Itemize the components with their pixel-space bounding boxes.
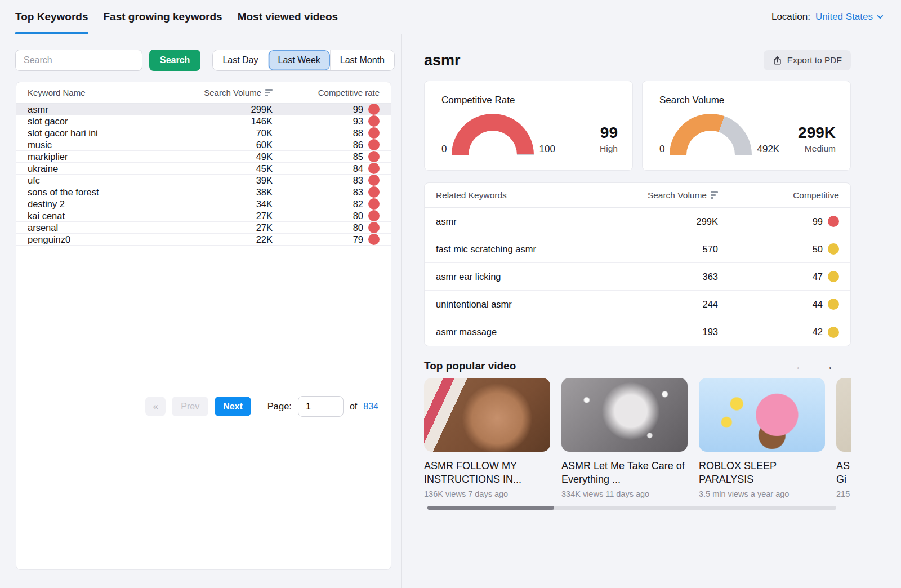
- table-row[interactable]: kai cenat27K80: [16, 210, 391, 222]
- keyword-name: ufc: [28, 175, 177, 186]
- export-pdf-button[interactable]: Export to PDF: [764, 50, 851, 70]
- keyword-name: slot gacor: [28, 116, 177, 127]
- rate-dot: [368, 198, 380, 210]
- video-title: AS Gi: [836, 459, 851, 487]
- carousel-scrollbar-thumb[interactable]: [427, 506, 554, 510]
- tab-top-keywords[interactable]: Top Keywords: [15, 0, 88, 34]
- rate-dot: [368, 139, 380, 150]
- video-views: 3.5 mln views a year ago: [699, 489, 825, 498]
- gauge-chart: [452, 114, 534, 155]
- keyword-volume: 60K: [177, 140, 273, 150]
- topbar: Top KeywordsFast growing keywordsMost vi…: [0, 0, 901, 34]
- gauge-body: 0492K299KMedium: [659, 114, 836, 155]
- table-row[interactable]: destiny 234K82: [16, 198, 391, 210]
- gauge-value: 99: [600, 124, 618, 142]
- prev-button[interactable]: Prev: [172, 397, 208, 416]
- rate-value: 44: [813, 299, 823, 310]
- table-row[interactable]: penguinz022K79: [16, 234, 391, 246]
- table-row[interactable]: markiplier49K85: [16, 151, 391, 163]
- related-row[interactable]: asmr299K99: [425, 208, 850, 235]
- video-card[interactable]: ASMR Let Me Take Care of Everything ...3…: [561, 378, 688, 498]
- next-button[interactable]: Next: [215, 397, 251, 416]
- video-views: 136K views 7 days ago: [424, 489, 550, 498]
- chevron-down-icon: [876, 13, 884, 21]
- gauge-row: Competitive Rate010099HighSearch Volume0…: [424, 81, 901, 171]
- page-input[interactable]: [298, 396, 344, 417]
- rate-value: 80: [353, 222, 363, 233]
- col-search-volume[interactable]: Search Volume: [177, 88, 273, 97]
- related-row[interactable]: asmr massage19342: [425, 318, 850, 346]
- rate-value: 42: [813, 327, 823, 337]
- table-row[interactable]: ufc39K83: [16, 175, 391, 186]
- time-filter-last-month[interactable]: Last Month: [330, 50, 394, 70]
- carousel-prev-arrow-icon[interactable]: ←: [795, 359, 807, 373]
- col-related-volume[interactable]: Search Volume: [577, 190, 718, 201]
- table-row[interactable]: asmr299K99: [16, 104, 391, 115]
- video-card[interactable]: AS Gi215: [836, 378, 851, 498]
- video-card[interactable]: ROBLOX SLEEP PARALYSIS3.5 mln views a ye…: [699, 378, 825, 498]
- detail-header: asmr Export to PDF: [424, 50, 851, 71]
- keyword-rate: 88: [273, 127, 380, 139]
- keyword-volume: 70K: [177, 128, 273, 139]
- search-input[interactable]: [15, 50, 142, 71]
- table-row[interactable]: sons of the forest38K83: [16, 186, 391, 198]
- rate-value: 47: [813, 271, 823, 282]
- related-keyword: asmr: [436, 216, 577, 227]
- gauge-card-competitive-rate: Competitive Rate010099High: [424, 81, 633, 171]
- related-keyword: fast mic scratching asmr: [436, 244, 577, 255]
- keyword-volume: 299K: [177, 104, 273, 115]
- page-label: Page:: [267, 401, 292, 412]
- keyword-name: asmr: [28, 104, 177, 115]
- keyword-rate: 83: [273, 175, 380, 186]
- keyword-name: sons of the forest: [28, 187, 177, 198]
- video-views: 215: [836, 489, 851, 498]
- search-button[interactable]: Search: [149, 50, 200, 71]
- gauge-body: 010099High: [441, 114, 618, 155]
- location-selector[interactable]: United States: [815, 11, 884, 23]
- keyword-name: markiplier: [28, 152, 177, 162]
- detail-panel: asmr Export to PDF Competitive Rate01009…: [402, 34, 901, 588]
- table-row[interactable]: music60K86: [16, 139, 391, 151]
- table-row[interactable]: arsenal27K80: [16, 222, 391, 234]
- col-related-volume-label: Search Volume: [648, 190, 707, 201]
- rate-value: 99: [353, 104, 363, 115]
- gauge-arc: [452, 114, 534, 155]
- related-row[interactable]: unintentional asmr24444: [425, 291, 850, 318]
- time-filter-last-day[interactable]: Last Day: [213, 50, 267, 70]
- rate-value: 82: [353, 199, 363, 210]
- gauge-chart: [670, 114, 752, 155]
- keyword-rate: 99: [273, 104, 380, 115]
- keyword-rate: 84: [273, 163, 380, 174]
- pagination: « Prev Next Page: of 834: [16, 246, 391, 569]
- table-row[interactable]: slot gacor hari ini70K88: [16, 127, 391, 139]
- table-row[interactable]: slot gacor146K93: [16, 115, 391, 127]
- rate-value: 93: [353, 116, 363, 127]
- col-keyword-name: Keyword Name: [28, 88, 177, 97]
- related-row[interactable]: fast mic scratching asmr57050: [425, 235, 850, 263]
- gauge-level: High: [600, 144, 618, 154]
- rate-dot: [828, 327, 839, 338]
- related-volume: 193: [577, 327, 718, 337]
- carousel-next-arrow-icon[interactable]: →: [822, 359, 834, 373]
- keywords-table-body: asmr299K99slot gacor146K93slot gacor har…: [16, 104, 391, 246]
- rate-dot: [368, 186, 380, 198]
- tab-fast-growing-keywords[interactable]: Fast growing keywords: [104, 0, 222, 34]
- rate-dot: [368, 115, 380, 127]
- video-title: ROBLOX SLEEP PARALYSIS: [699, 459, 825, 487]
- rate-value: 88: [353, 128, 363, 139]
- time-filter-last-week[interactable]: Last Week: [268, 50, 330, 70]
- tab-most-viewed-videos[interactable]: Most viewed videos: [238, 0, 338, 34]
- related-row[interactable]: asmr ear licking36347: [425, 263, 850, 291]
- carousel-scrollbar[interactable]: [427, 506, 836, 510]
- first-page-button[interactable]: «: [145, 397, 166, 416]
- table-row[interactable]: ukraine45K84: [16, 163, 391, 175]
- videos-header: Top popular video ← →: [424, 359, 851, 373]
- rate-value: 83: [353, 187, 363, 198]
- related-rate: 44: [718, 299, 839, 310]
- related-table-body: asmr299K99fast mic scratching asmr57050a…: [425, 208, 850, 346]
- rate-dot: [828, 243, 839, 255]
- keyword-name: arsenal: [28, 222, 177, 233]
- location-label: Location:: [771, 11, 810, 23]
- video-card[interactable]: ASMR FOLLOW MY INSTRUCTIONS IN...136K vi…: [424, 378, 550, 498]
- gauge-card-search-volume: Search Volume0492K299KMedium: [642, 81, 851, 171]
